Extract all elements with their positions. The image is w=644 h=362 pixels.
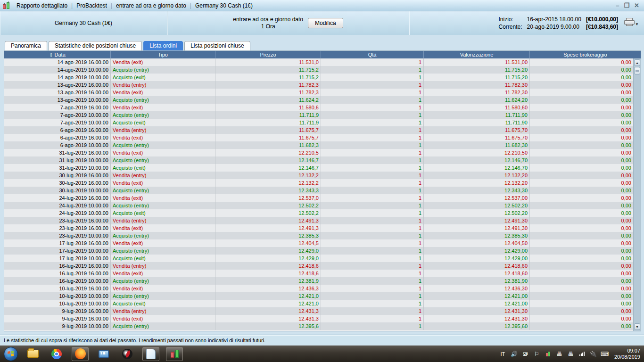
table-row[interactable]: 13-ago-2019 16.00.00Vendita (exit)11.782… <box>4 89 633 96</box>
cell-tipo: Vendita (exit) <box>110 89 215 96</box>
table-row[interactable]: 16-lug-2019 16.00.00Vendita (entry)12.41… <box>4 262 633 270</box>
cell-prezzo: 11.531,0 <box>215 58 321 66</box>
table-row[interactable]: 14-ago-2019 16.00.00Vendita (exit)11.531… <box>4 58 633 66</box>
cell-tipo: Acquisto (exit) <box>110 74 215 81</box>
tray-printer-2-icon[interactable]: 🖶 <box>567 351 574 357</box>
table-row[interactable]: 6-ago-2019 16.00.00Vendita (exit)11.675,… <box>4 134 633 141</box>
table-row[interactable]: 17-lug-2019 16.00.00Vendita (exit)12.404… <box>4 239 633 247</box>
cell-tipo: Acquisto (exit) <box>110 119 215 126</box>
taskbar-notepad-icon[interactable] <box>142 347 159 361</box>
table-row[interactable]: 14-ago-2019 10.00.00Acquisto (entry)11.7… <box>4 66 633 74</box>
table-row[interactable]: 17-lug-2019 10.00.00Acquisto (entry)12.4… <box>4 247 633 255</box>
tray-display-settings-icon[interactable]: 🖳 <box>522 351 529 357</box>
table-row[interactable]: 10-lug-2019 16.00.00Vendita (exit)12.436… <box>4 285 633 292</box>
restore-button[interactable]: ❐ <box>624 2 629 9</box>
tray-power-plug-icon[interactable]: 🔌 <box>590 351 597 357</box>
tray-clock[interactable]: 09:07 20/08/2019 <box>612 348 640 360</box>
scroll-up-button[interactable]: ▲ <box>634 59 640 66</box>
start-button[interactable] <box>4 347 18 361</box>
taskbar-firefox-icon[interactable] <box>72 347 89 361</box>
start-amount: [€10.000,00] <box>586 16 618 23</box>
modify-button[interactable]: Modifica <box>308 18 343 28</box>
table-row[interactable]: 14-ago-2019 10.00.00Acquisto (exit)11.71… <box>4 74 633 81</box>
cell-prezzo: 12.404,5 <box>215 239 321 247</box>
current-date: 20-ago-2019 9.00.00 <box>527 24 581 30</box>
cell-data: 14-ago-2019 10.00.00 <box>4 66 110 74</box>
scroll-down-button[interactable]: ▼ <box>634 323 640 330</box>
table-row[interactable]: 31-lug-2019 10.00.00Acquisto (entry)12.1… <box>4 156 633 164</box>
table-row[interactable]: 30-lug-2019 10.00.00Acquisto (entry)12.3… <box>4 187 633 194</box>
tab-lista-posizioni-chiuse[interactable]: Lista posizioni chiuse <box>184 41 250 50</box>
table-row[interactable]: 9-lug-2019 16.00.00Vendita (entry)12.431… <box>4 307 633 315</box>
scrollbar-thumb[interactable] <box>634 67 640 74</box>
table-row[interactable]: 16-lug-2019 10.00.00Acquisto (entry)12.3… <box>4 277 633 285</box>
table-row[interactable]: 31-lug-2019 10.00.00Acquisto (exit)12.14… <box>4 164 633 172</box>
tab-lista-ordini[interactable]: Lista ordini <box>143 41 183 50</box>
table-row[interactable]: 17-lug-2019 10.00.00Acquisto (exit)12.42… <box>4 255 633 262</box>
table-row[interactable]: 7-ago-2019 16.00.00Vendita (exit)11.580,… <box>4 104 633 111</box>
table-row[interactable]: 7-ago-2019 10.00.00Acquisto (entry)11.71… <box>4 111 633 119</box>
table-row[interactable]: 9-lug-2019 10.00.00Acquisto (entry)12.39… <box>4 322 633 330</box>
tray-flag-error-icon[interactable]: ⚐ <box>533 351 540 357</box>
cell-data: 6-ago-2019 10.00.00 <box>4 141 110 149</box>
cell-data: 7-ago-2019 10.00.00 <box>4 111 110 119</box>
cell-val: 11.531,00 <box>423 58 529 66</box>
tray-network-signal-icon[interactable] <box>578 352 586 356</box>
tab-statistiche-posizioni-chiuse[interactable]: Statistiche delle posizioni chiuse <box>49 41 142 50</box>
table-row[interactable]: 30-lug-2019 16.00.00Vendita (entry)12.13… <box>4 172 633 179</box>
cell-tipo: Acquisto (entry) <box>110 202 215 209</box>
column-header-valorizzazione[interactable]: Valorizzazione <box>423 51 529 58</box>
table-row[interactable]: 23-lug-2019 16.00.00Vendita (exit)12.491… <box>4 224 633 232</box>
cell-val: 12.436,30 <box>423 285 529 292</box>
taskbar-chrome-icon[interactable] <box>48 347 65 361</box>
table-row[interactable]: 10-lug-2019 10.00.00Acquisto (entry)12.4… <box>4 292 633 300</box>
cell-data: 24-lug-2019 10.00.00 <box>4 209 110 217</box>
column-header-qta[interactable]: Qtà <box>321 51 423 58</box>
table-row[interactable]: 24-lug-2019 16.00.00Vendita (exit)12.537… <box>4 194 633 202</box>
minimize-button[interactable]: – <box>616 2 619 9</box>
table-row[interactable]: 9-lug-2019 16.00.00Vendita (exit)12.431,… <box>4 315 633 322</box>
table-row[interactable]: 23-lug-2019 10.00.00Acquisto (entry)12.3… <box>4 232 633 239</box>
cell-val: 12.381,90 <box>423 277 529 285</box>
cell-prezzo: 12.502,2 <box>215 202 321 209</box>
table-row[interactable]: 23-lug-2019 16.00.00Vendita (entry)12.49… <box>4 217 633 224</box>
cell-spese: 0,00 <box>529 292 633 300</box>
tray-trading-app-icon[interactable] <box>545 352 552 356</box>
tray-volume-icon[interactable]: 🔊 <box>511 351 518 357</box>
cell-val: 11.624,20 <box>423 96 529 104</box>
tab-panoramica[interactable]: Panoramica <box>5 41 47 50</box>
table-row[interactable]: 6-ago-2019 16.00.00Vendita (entry)11.675… <box>4 126 633 134</box>
taskbar-trading-app-icon[interactable] <box>166 347 183 361</box>
column-header-prezzo[interactable]: Prezzo <box>215 51 321 58</box>
cell-spese: 0,00 <box>529 187 633 194</box>
cell-tipo: Acquisto (entry) <box>110 111 215 119</box>
column-header-tipo[interactable]: Tipo <box>110 51 215 58</box>
cell-val: 12.395,60 <box>423 322 529 330</box>
table-row[interactable]: 13-ago-2019 16.00.00Vendita (entry)11.78… <box>4 81 633 89</box>
tray-printer-1-icon[interactable]: 🖶 <box>556 351 563 357</box>
tray-language-indicator[interactable]: IT <box>499 351 506 357</box>
orders-table: ⇧ Data Tipo Prezzo Qtà Valorizzazione Sp… <box>4 50 641 331</box>
cell-tipo: Vendita (entry) <box>110 217 215 224</box>
column-header-spese-brokeraggio[interactable]: Spese brokeraggio <box>529 51 641 58</box>
table-row[interactable]: 30-lug-2019 16.00.00Vendita (exit)12.132… <box>4 179 633 187</box>
taskbar-comodo-icon[interactable] <box>119 347 136 361</box>
cell-prezzo: 11.675,7 <box>215 126 321 134</box>
taskbar-remote-desktop-icon[interactable] <box>95 347 112 361</box>
tray-keyboard-icon[interactable]: ⌨ <box>601 351 608 357</box>
table-row[interactable]: 13-ago-2019 10.00.00Acquisto (entry)11.6… <box>4 96 633 104</box>
table-row[interactable]: 16-lug-2019 16.00.00Vendita (exit)12.418… <box>4 270 633 277</box>
table-row[interactable]: 10-lug-2019 10.00.00Acquisto (exit)12.42… <box>4 300 633 307</box>
column-header-data[interactable]: ⇧ Data <box>4 51 110 58</box>
taskbar-explorer-icon[interactable] <box>25 347 41 361</box>
print-icon[interactable]: ▼ <box>623 18 636 27</box>
windows-taskbar: IT 🔊 🖳 ⚐ 🖶 🖶 🔌 ⌨ 09:07 20/08/2019 <box>0 346 644 362</box>
close-button[interactable]: ✕ <box>634 2 639 9</box>
vertical-scrollbar[interactable]: ▲ ▼ <box>633 58 641 331</box>
table-row[interactable]: 24-lug-2019 10.00.00Acquisto (exit)12.50… <box>4 209 633 217</box>
table-row[interactable]: 6-ago-2019 10.00.00Acquisto (entry)11.68… <box>4 141 633 149</box>
table-row[interactable]: 24-lug-2019 10.00.00Acquisto (entry)12.5… <box>4 202 633 209</box>
table-row[interactable]: 31-lug-2019 16.00.00Vendita (exit)12.210… <box>4 149 633 156</box>
cell-spese: 0,00 <box>529 179 633 187</box>
table-row[interactable]: 7-ago-2019 10.00.00Acquisto (exit)11.711… <box>4 119 633 126</box>
